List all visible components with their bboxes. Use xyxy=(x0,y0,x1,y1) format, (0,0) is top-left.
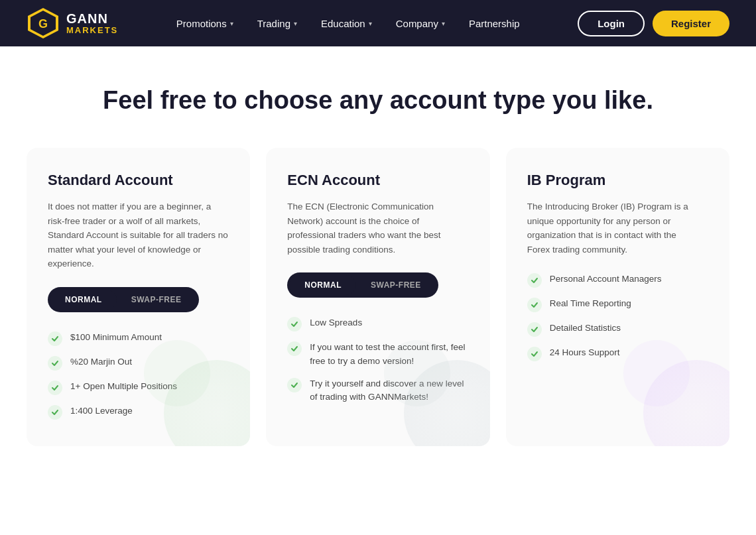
feature-text: Detailed Statistics xyxy=(550,322,621,335)
nav-item-trading[interactable]: Trading ▾ xyxy=(248,13,306,34)
logo-gann: GANN xyxy=(66,11,118,26)
standard-toggle-group: NORMAL SWAP-FREE xyxy=(48,287,199,312)
nav-item-company[interactable]: Company ▾ xyxy=(387,13,454,34)
check-icon xyxy=(527,273,542,288)
ib-program-desc: The Introducing Broker (IB) Program is a… xyxy=(527,200,690,257)
svg-text:G: G xyxy=(38,17,48,30)
check-icon xyxy=(527,298,542,312)
check-icon xyxy=(287,341,302,356)
chevron-down-icon: ▾ xyxy=(369,20,372,27)
check-icon xyxy=(48,381,62,395)
check-icon xyxy=(287,317,302,331)
list-item: Detailed Statistics xyxy=(527,322,708,337)
ecn-toggle-group: NORMAL SWAP-FREE xyxy=(287,272,438,298)
feature-text: $100 Minimum Amount xyxy=(70,331,162,344)
register-button[interactable]: Register xyxy=(653,11,729,36)
ecn-toggle-normal[interactable]: NORMAL xyxy=(290,275,356,295)
ib-program-card: IB Program The Introducing Broker (IB) P… xyxy=(506,148,729,446)
chevron-down-icon: ▾ xyxy=(442,20,445,27)
ib-feature-list: Personal Account Managers Real Time Repo… xyxy=(527,272,708,361)
standard-account-title: Standard Account xyxy=(48,172,229,189)
standard-toggle-normal[interactable]: NORMAL xyxy=(50,290,117,310)
list-item: Real Time Reporting xyxy=(527,297,708,312)
nav-label-company: Company xyxy=(396,18,438,29)
check-icon xyxy=(287,378,302,392)
check-icon xyxy=(527,322,542,337)
nav-label-education: Education xyxy=(321,18,365,29)
feature-text: Real Time Reporting xyxy=(550,297,631,310)
list-item: Low Spreads xyxy=(287,316,468,331)
feature-text: 24 Hours Support xyxy=(550,346,620,359)
login-button[interactable]: Login xyxy=(578,11,645,36)
list-item: $100 Minimum Amount xyxy=(48,331,229,346)
ecn-toggle-swapfree[interactable]: SWAP-FREE xyxy=(356,275,436,295)
ecn-account-desc: The ECN (Electronic Communication Networ… xyxy=(287,200,468,257)
nav-item-promotions[interactable]: Promotions ▾ xyxy=(167,13,243,34)
logo-text: GANN MARKETS xyxy=(66,11,118,35)
chevron-down-icon: ▾ xyxy=(294,20,297,27)
ecn-account-card: ECN Account The ECN (Electronic Communic… xyxy=(266,148,489,446)
standard-account-desc: It does not matter if you are a beginner… xyxy=(48,200,229,271)
check-icon xyxy=(48,331,62,346)
check-icon xyxy=(48,356,62,371)
page-title: Feel free to choose any account type you… xyxy=(27,86,729,115)
feature-text: Personal Account Managers xyxy=(550,272,662,286)
nav-label-trading: Trading xyxy=(257,18,290,29)
feature-text: %20 Marjin Out xyxy=(70,355,132,369)
check-icon xyxy=(48,405,62,420)
nav-item-partnership[interactable]: Partnership xyxy=(460,13,529,34)
standard-toggle-swapfree[interactable]: SWAP-FREE xyxy=(117,290,196,310)
nav-label-promotions: Promotions xyxy=(176,18,227,29)
chevron-down-icon: ▾ xyxy=(230,20,233,27)
logo[interactable]: G GANN MARKETS xyxy=(27,7,118,40)
cards-row: Standard Account It does not matter if y… xyxy=(27,148,729,446)
nav-item-education[interactable]: Education ▾ xyxy=(312,13,381,34)
nav-label-partnership: Partnership xyxy=(469,18,520,29)
ecn-account-title: ECN Account xyxy=(287,172,468,189)
nav-links: Promotions ▾ Trading ▾ Education ▾ Compa… xyxy=(167,13,529,34)
check-icon xyxy=(527,347,542,361)
ib-program-title: IB Program xyxy=(527,172,708,189)
feature-text: 1:400 Leverage xyxy=(70,404,133,418)
main-content: Feel free to choose any account type you… xyxy=(0,46,756,535)
logo-icon: G xyxy=(27,7,60,40)
navbar: G GANN MARKETS Promotions ▾ Trading ▾ Ed… xyxy=(0,0,756,46)
logo-markets: MARKETS xyxy=(66,26,118,35)
list-item: Personal Account Managers xyxy=(527,272,708,288)
standard-account-card: Standard Account It does not matter if y… xyxy=(27,148,250,446)
feature-text: Low Spreads xyxy=(310,316,362,329)
nav-actions: Login Register xyxy=(578,11,729,36)
